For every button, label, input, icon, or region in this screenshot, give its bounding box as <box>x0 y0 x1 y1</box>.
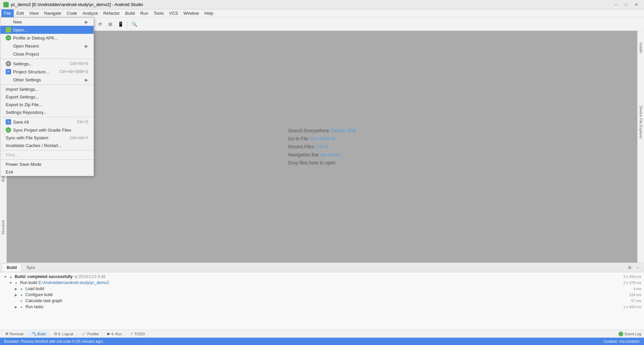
tab-terminal[interactable]: ⊞ Terminal <box>3 331 26 337</box>
load-build-icon: ● <box>19 286 24 291</box>
run-build-toggle[interactable]: ▼ <box>8 281 13 285</box>
menu-file[interactable]: File <box>1 9 14 17</box>
status-text: Emulator: Process finished with exit cod… <box>4 339 103 343</box>
menu-project-structure[interactable]: P Project Structure... Ctrl+Alt+Shift+S <box>0 68 94 76</box>
menu-close-project[interactable]: Close Project <box>0 50 94 58</box>
menu-help[interactable]: Help <box>202 9 216 17</box>
run-build-row[interactable]: ▼ ● Run build E:\Androiddev\android-stud… <box>3 280 641 286</box>
avd-manager-btn[interactable]: 📱 <box>116 19 125 29</box>
menu-code[interactable]: Code <box>64 9 80 17</box>
configure-build-row[interactable]: ▶ ● Configure build 224 ms <box>3 292 641 298</box>
device-file-explorer-tab[interactable]: Device File Explorer <box>638 105 644 140</box>
other-settings-icon <box>6 77 11 82</box>
build-panel: Build Sync ⚙ − ▼ ▲ Build: completed succ… <box>0 263 644 330</box>
todo-icon: ✓ <box>130 332 133 336</box>
hint-search: Search Everywhere Double Shift <box>288 128 356 133</box>
build-panel-tabs: Build Sync ⚙ − <box>0 263 644 272</box>
menu-invalidate-caches[interactable]: Invalidate Caches / Restart... <box>0 142 94 149</box>
build-collapse-btn[interactable]: − <box>634 264 641 271</box>
build-root-row[interactable]: ▼ ▲ Build: completed successfully at 201… <box>3 274 641 280</box>
tab-run[interactable]: ▶ 4: Run <box>105 331 125 337</box>
event-log-tab[interactable]: i Event Log <box>619 332 641 336</box>
run-tasks-time: 1 s 924 ms <box>623 305 641 309</box>
tab-build[interactable]: Build <box>3 264 21 271</box>
open-recent-icon <box>6 43 11 49</box>
configure-build-toggle[interactable]: ▶ <box>13 293 19 297</box>
build-root-toggle[interactable]: ▼ <box>3 275 8 279</box>
menu-tools[interactable]: Tools <box>151 9 166 17</box>
menu-profile-debug-apk[interactable]: A Profile or Debug APK... <box>0 34 94 42</box>
run-build-icon: ● <box>13 280 19 285</box>
menu-import-settings[interactable]: Import Settings... <box>0 85 94 93</box>
run-build-time: 2 s 378 ms <box>623 281 641 285</box>
status-bar: Emulator: Process finished with exit cod… <box>0 338 644 345</box>
menu-power-save-mode[interactable]: Power Save Mode <box>0 160 94 168</box>
new-icon <box>6 19 11 24</box>
menu-edit[interactable]: Edit <box>14 9 26 17</box>
calculate-task-graph-row[interactable]: ● Calculate task graph 57 ms <box>3 298 641 304</box>
maximize-btn[interactable]: □ <box>622 2 630 7</box>
tab-sync[interactable]: Sync <box>22 264 40 271</box>
menu-sync-gradle[interactable]: G Sync Project with Gradle Files <box>0 126 94 134</box>
separator-3 <box>0 117 94 117</box>
menu-new[interactable]: New ▶ <box>0 18 94 26</box>
menu-settings[interactable]: ⚙ Settings... Ctrl+Alt+S <box>0 60 94 68</box>
structure-tab-left[interactable]: Structure <box>0 218 6 236</box>
run-tasks-toggle[interactable]: ▶ <box>13 305 19 309</box>
toolbar: ◀ ▶ app ▾ ▶ 🐛 ⚡ ■ ⟳ ⊞ 📱 🔍 <box>0 17 644 31</box>
run-build-text: Run build <box>20 280 37 285</box>
menu-open-recent[interactable]: Open Recent ▶ <box>0 42 94 50</box>
tab-build-bottom[interactable]: 🔨 Build <box>29 331 49 337</box>
menu-settings-repository[interactable]: Settings Repository... <box>0 109 94 116</box>
main-layout: Build Variants Structure ⊙ ⇅ ⚙· ↕ Search… <box>0 31 644 263</box>
sync-gradle-icon: G <box>6 127 11 133</box>
menu-export-zip[interactable]: Export to Zip File... <box>0 101 94 109</box>
calculate-task-text: Calculate task graph <box>25 298 62 303</box>
menu-build[interactable]: Build <box>122 9 138 17</box>
open-icon <box>6 27 11 32</box>
search-btn[interactable]: 🔍 <box>129 19 139 29</box>
build-settings-btn[interactable]: ⚙ <box>626 264 633 271</box>
menu-other-settings[interactable]: Other Settings ▶ <box>0 76 94 84</box>
menu-run[interactable]: Run <box>138 9 151 17</box>
close-project-icon <box>6 51 11 57</box>
menu-export-settings[interactable]: Export Settings... <box>0 93 94 101</box>
tab-profiler[interactable]: 📈 Profiler <box>79 331 102 337</box>
menu-window[interactable]: Window <box>181 9 202 17</box>
project-structure-icon: P <box>6 69 11 74</box>
menu-exit[interactable]: Exit <box>0 168 94 176</box>
menu-navigate[interactable]: Navigate <box>41 9 64 17</box>
load-build-toggle[interactable]: ▶ <box>13 287 19 291</box>
menu-open[interactable]: Open... <box>0 26 94 34</box>
run-tasks-row[interactable]: ▶ ● Run tasks 1 s 924 ms <box>3 304 641 310</box>
menu-save-all[interactable]: S Save All Ctrl+S <box>0 118 94 126</box>
configure-build-text: Configure build <box>25 292 53 297</box>
hint-drop-files: Drop files here to open <box>288 160 356 165</box>
settings-icon: ⚙ <box>6 61 11 66</box>
menu-print[interactable]: Print... <box>0 151 94 159</box>
separator-2 <box>0 84 94 85</box>
sdk-manager-btn[interactable]: ⊞ <box>106 19 115 29</box>
menu-sync-filesystem[interactable]: Sync with File System Ctrl+Alt+Y <box>0 134 94 142</box>
close-btn[interactable]: ✕ <box>632 2 641 7</box>
gradle-tab[interactable]: Gradle <box>638 41 644 55</box>
build-actions: ⚙ − <box>626 264 641 271</box>
editor-area: ⊙ ⇅ ⚙· ↕ Search Everywhere Double Shift … <box>7 31 637 263</box>
menu-vcs[interactable]: VCS <box>166 9 181 17</box>
tab-todo[interactable]: ✓ TODO <box>128 331 148 337</box>
bottom-bar: ⊞ Terminal 🔨 Build ⊟ 6: Logcat 📈 Profile… <box>0 330 644 338</box>
separator-5 <box>0 159 94 160</box>
run-tasks-text: Run tasks <box>25 304 43 309</box>
minimize-btn[interactable]: ─ <box>612 2 620 7</box>
menu-analyze[interactable]: Analyze <box>80 9 101 17</box>
menu-view[interactable]: View <box>26 9 41 17</box>
build-panel-content: ▼ ▲ Build: completed successfully at 201… <box>0 272 644 330</box>
menu-refactor[interactable]: Refactor <box>101 9 122 17</box>
run-icon: ▶ <box>107 332 110 336</box>
toolbar-sep-4 <box>127 21 127 27</box>
configure-build-time: 224 ms <box>629 293 641 297</box>
hint-goto-file: Go to File Ctrl+Shift+N <box>288 136 356 141</box>
load-build-row[interactable]: ▶ ● Load build 4 ms <box>3 286 641 292</box>
sync-btn[interactable]: ⟳ <box>96 19 105 29</box>
tab-logcat[interactable]: ⊟ 6: Logcat <box>51 331 76 337</box>
